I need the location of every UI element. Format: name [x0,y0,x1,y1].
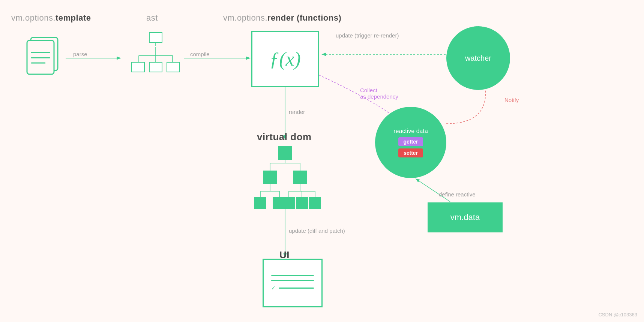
reactive-title: reactive data [393,127,428,135]
compile-label: compile [190,51,210,57]
ast-label: ast [146,13,158,23]
ui-check-icon: ✓ [271,285,276,291]
vm-template-label: vm.options.template [11,13,91,23]
update-diff-text: update (diff and patch) [289,228,345,234]
function-text: ƒ(x) [269,48,301,70]
ast-root-node [149,32,162,43]
ast-child-node-1 [131,62,145,72]
ast-child-node-2 [149,62,162,72]
render-label: render [289,109,305,115]
notify-label: Notify [504,97,519,103]
vm-template-strong: template [56,13,91,22]
vdom-cube-l3-5 [309,197,321,209]
vdom-cube-l3-3 [283,197,295,209]
watcher-circle: watcher [446,26,510,90]
vm-render-prefix: vm.options. [223,13,267,22]
ui-line-3 [279,288,314,289]
define-reactive-text: define reactive [439,191,476,198]
function-box: ƒ(x) [251,31,319,87]
compile-text: compile [190,51,210,57]
update-trigger-label: update (trigger re-render) [336,32,399,39]
vdom-cube-l2-1 [263,171,277,184]
ast-child-node-3 [167,62,180,72]
vm-template-prefix: vm.options. [11,13,56,22]
ui-line-2 [271,280,314,281]
vdom-cube-l2-2 [293,171,307,184]
virtual-dom-label: virtual dom [257,131,312,143]
getter-badge: getter [398,137,423,146]
collect-dep-label: Collectas dependency [360,87,398,100]
define-reactive-label: define reactive [439,191,476,198]
collect-dep-text: Collectas dependency [360,87,398,100]
update-trigger-text: update (trigger re-render) [336,32,399,39]
document-icon [23,34,64,82]
watermark: CSDN @c103363 [598,312,637,318]
notify-text: Notify [504,97,519,103]
vdom-cube-l3-1 [254,197,266,209]
ui-box: ✓ [263,259,323,307]
vm-data-box: vm.data [428,202,503,232]
vdom-root-cube [278,146,292,160]
vdom-cube-l3-4 [296,197,308,209]
diagram-container: vm.options.template ast vm.options.rende… [0,0,644,322]
ui-check-row: ✓ [271,285,314,291]
render-text: render [289,109,305,115]
parse-label: parse [73,51,87,57]
vm-data-text: vm.data [450,213,480,222]
ui-line-1 [271,275,314,276]
vm-render-label: vm.options.render (functions) [223,13,341,23]
virtual-dom-text: virtual dom [257,131,312,142]
ast-text: ast [146,13,158,22]
watermark-text: CSDN @c103363 [598,312,637,318]
watcher-text: watcher [465,54,491,63]
reactive-circle: reactive data getter setter [375,107,446,178]
parse-text: parse [73,51,87,57]
vm-render-strong: render (functions) [267,13,341,22]
update-diff-label: update (diff and patch) [289,228,345,234]
svg-line-5 [416,179,450,202]
setter-badge: setter [398,148,423,157]
